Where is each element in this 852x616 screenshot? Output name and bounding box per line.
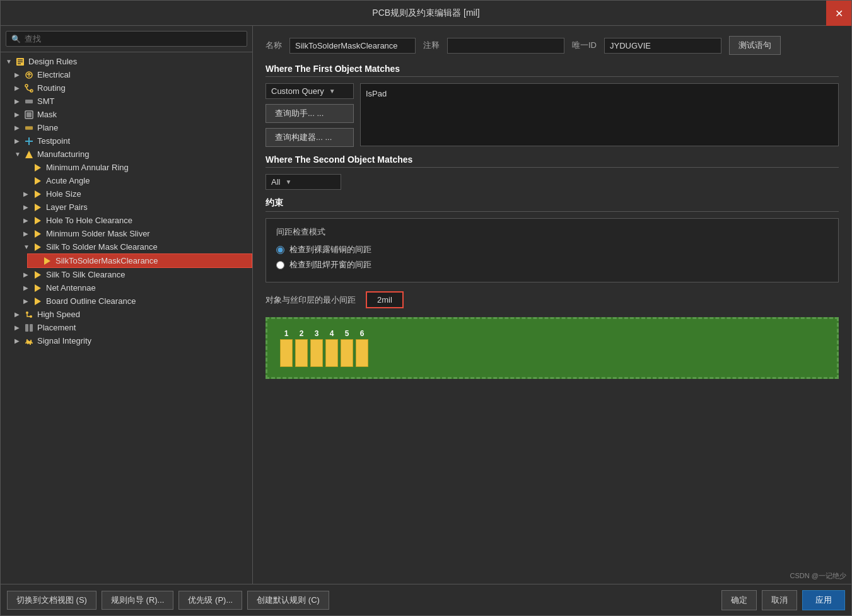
clearance-value-box[interactable]: 2mil <box>366 291 404 308</box>
tree-item-design-rules[interactable]: ▼ Design Rules <box>1 55 252 68</box>
tree-area: ▼ Design Rules ▶ Electrical ▶ <box>1 52 252 584</box>
tree-item-electrical[interactable]: ▶ Electrical <box>9 68 252 81</box>
rule-wizard-button[interactable]: 规则向导 (R)... <box>102 591 174 610</box>
hole-to-hole-label: Hole To Hole Clearance <box>46 216 132 225</box>
tree-item-high-speed[interactable]: ▶ High Speed <box>9 308 252 321</box>
placement-icon <box>23 323 35 332</box>
where-second-title: Where The Second Object Matches <box>266 154 839 168</box>
tree-item-silk-solder[interactable]: ▼ Silk To Solder Mask Clearance <box>18 240 252 253</box>
tree-item-hole-size[interactable]: ▶ Hole Size <box>18 187 252 200</box>
manufacturing-label: Manufacturing <box>37 149 89 159</box>
tree-item-silktosoldermaskclearance[interactable]: ▶ SilkToSolderMaskClearance <box>27 253 252 268</box>
tree-item-plane[interactable]: ▶ Plane <box>9 121 252 134</box>
first-query-text-area[interactable]: IsPad <box>360 83 839 146</box>
expand-icon-min-solder: ▶ <box>23 230 32 237</box>
expand-icon-net-antennae: ▶ <box>23 284 32 291</box>
pcb-pad-3: 3 <box>310 329 323 367</box>
tree-item-board-outline[interactable]: ▶ Board Outline Clearance <box>18 294 252 308</box>
pad-5-number: 5 <box>345 329 349 338</box>
tree-item-placement[interactable]: ▶ Placement <box>9 321 252 334</box>
apply-button[interactable]: 应用 <box>802 590 845 610</box>
search-icon: 🔍 <box>11 35 21 44</box>
tree-item-silk-silk[interactable]: ▶ Silk To Silk Clearance <box>18 268 252 281</box>
tree-item-signal-integrity[interactable]: ▶ Signal Integrity <box>9 334 252 347</box>
tree-item-net-antennae[interactable]: ▶ Net Antennae <box>18 281 252 294</box>
close-button[interactable]: ✕ <box>826 1 851 26</box>
high-speed-icon <box>23 310 35 319</box>
create-default-button[interactable]: 创建默认规则 (C) <box>247 591 329 610</box>
pad-1-number: 1 <box>284 329 289 338</box>
pad-3-number: 3 <box>315 329 319 338</box>
tree-item-mask[interactable]: ▶ Mask <box>9 108 252 121</box>
tree-item-smt[interactable]: ▶ SMT <box>9 95 252 108</box>
tree-item-acute-angle[interactable]: ▶ Acute Angle <box>18 174 252 187</box>
tree-item-min-annular[interactable]: ▶ Minimum Annular Ring <box>18 161 252 174</box>
min-clearance-label: 对象与丝印层的最小间距 <box>266 294 356 306</box>
net-antennae-icon <box>32 284 44 293</box>
high-speed-label: High Speed <box>37 310 80 319</box>
silktosoldermaskclearance-label: SilkToSolderMaskClearance <box>55 256 158 265</box>
query-builder-button[interactable]: 查询构建器... ... <box>266 128 354 147</box>
custom-query-arrow-icon: ▼ <box>329 88 336 95</box>
svg-point-8 <box>25 84 28 87</box>
main-window: PCB规则及约束编辑器 [mil] ✕ 🔍 ▼ Design Rules <box>0 0 852 616</box>
expand-icon-hole-size: ▶ <box>23 190 32 197</box>
expand-icon-plane: ▶ <box>15 124 23 131</box>
clearance-mode-label: 间距检查模式 <box>276 226 828 238</box>
confirm-button[interactable]: 确定 <box>721 590 757 610</box>
min-annular-label: Minimum Annular Ring <box>46 163 129 172</box>
expand-icon-design-rules: ▼ <box>6 58 15 65</box>
pad-1-rect <box>280 339 293 367</box>
tree-item-routing[interactable]: ▶ Routing <box>9 81 252 95</box>
signal-integrity-icon <box>23 337 35 346</box>
testpoint-label: Testpoint <box>37 136 70 146</box>
custom-query-dropdown[interactable]: Custom Query ▼ <box>266 83 354 99</box>
second-match-arrow-icon: ▼ <box>285 178 291 185</box>
layer-pairs-label: Layer Pairs <box>46 202 88 212</box>
comment-input[interactable] <box>447 38 564 54</box>
expand-icon-min-annular: ▶ <box>23 164 32 171</box>
tree-item-manufacturing[interactable]: ▼ Manufacturing <box>9 148 252 161</box>
pcb-pad-2: 2 <box>295 329 308 367</box>
name-label: 名称 <box>266 40 282 51</box>
pad-2-number: 2 <box>300 329 304 338</box>
radio-bare-copper[interactable] <box>276 246 284 254</box>
expand-icon-electrical: ▶ <box>15 71 23 78</box>
expand-icon-silk-solder: ▼ <box>23 243 32 250</box>
switch-doc-button[interactable]: 切换到文档视图 (S) <box>7 591 96 610</box>
second-match-dropdown[interactable]: All ▼ <box>266 174 341 190</box>
pcb-pad-group: 1 2 3 4 <box>280 329 368 367</box>
first-match-controls: Custom Query ▼ 查询助手... ... 查询构建器... ... <box>266 83 354 147</box>
expand-icon-layer-pairs: ▶ <box>23 204 32 211</box>
where-first-title: Where The First Object Matches <box>266 64 839 77</box>
pad-2-rect <box>295 339 308 367</box>
search-input[interactable] <box>25 34 242 44</box>
query-assistant-button[interactable]: 查询助手... ... <box>266 104 354 123</box>
expand-icon-smt: ▶ <box>15 98 23 105</box>
pad-5-rect <box>341 339 353 367</box>
smt-label: SMT <box>37 96 54 106</box>
unique-id-label: 唯一ID <box>572 40 597 51</box>
testpoint-icon <box>23 137 35 146</box>
unique-id-input[interactable] <box>604 38 721 54</box>
bottom-bar: 切换到文档视图 (S) 规则向导 (R)... 优先级 (P)... 创建默认规… <box>1 584 851 615</box>
design-rules-label: Design Rules <box>28 57 77 66</box>
tree-item-layer-pairs[interactable]: ▶ Layer Pairs <box>18 200 252 214</box>
hole-to-hole-icon <box>32 216 44 225</box>
watermark: CSDN @一记绝少 <box>790 571 846 581</box>
expand-icon-board-outline: ▶ <box>23 298 32 305</box>
svg-rect-10 <box>25 100 33 103</box>
tree-item-hole-to-hole[interactable]: ▶ Hole To Hole Clearance <box>18 214 252 227</box>
tree-item-testpoint[interactable]: ▶ Testpoint <box>9 134 252 148</box>
cancel-button[interactable]: 取消 <box>762 590 797 610</box>
priority-button[interactable]: 优先级 (P)... <box>178 591 242 610</box>
silk-solder-label: Silk To Solder Mask Clearance <box>46 242 158 252</box>
tree-item-min-solder[interactable]: ▶ Minimum Solder Mask Sliver <box>18 227 252 240</box>
test-button[interactable]: 测试语句 <box>729 36 781 55</box>
smt-icon <box>23 97 35 106</box>
search-input-wrap[interactable]: 🔍 <box>6 31 247 47</box>
pcb-pad-4: 4 <box>325 329 338 367</box>
name-input[interactable] <box>289 38 416 54</box>
radio-solder-opening[interactable] <box>276 261 284 269</box>
first-match-area: Custom Query ▼ 查询助手... ... 查询构建器... ... … <box>266 83 839 147</box>
